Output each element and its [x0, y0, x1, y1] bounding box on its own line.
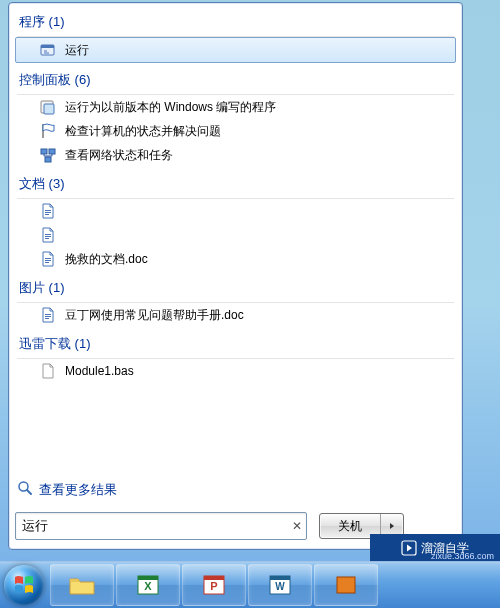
group-header: 控制面板 (6): [11, 63, 460, 92]
result-item[interactable]: 豆丁网使用常见问题帮助手册.doc: [11, 303, 460, 327]
watermark-url: zixue.3d66.com: [431, 551, 494, 561]
result-item[interactable]: 查看网络状态和任务: [11, 143, 460, 167]
svg-rect-17: [45, 314, 51, 315]
result-item-label: 查看网络状态和任务: [65, 147, 173, 164]
svg-rect-3: [44, 104, 54, 114]
file-icon: [39, 362, 57, 380]
svg-rect-1: [41, 45, 54, 48]
svg-rect-32: [337, 577, 355, 593]
svg-rect-10: [45, 214, 49, 215]
group-header: 图片 (1): [11, 271, 460, 300]
svg-rect-9: [45, 212, 51, 213]
taskbar: X P W: [0, 561, 500, 608]
excel-icon: X: [134, 573, 162, 597]
folder-icon: [67, 573, 97, 597]
triangle-right-icon: [388, 522, 396, 530]
search-icon: [17, 480, 33, 499]
taskbar-app-excel[interactable]: X: [116, 564, 180, 606]
result-item-label: 挽救的文档.doc: [65, 251, 148, 268]
svg-text:X: X: [144, 580, 152, 592]
svg-rect-19: [45, 318, 49, 319]
taskbar-app-word[interactable]: W: [248, 564, 312, 606]
svg-rect-15: [45, 260, 51, 261]
doc-icon: [39, 250, 57, 268]
group-header: 迅雷下载 (1): [11, 327, 460, 356]
start-menu-search-panel: 程序 (1)运行控制面板 (6)运行为以前版本的 Windows 编写的程序检查…: [8, 2, 463, 550]
doc-icon: [39, 202, 57, 220]
doc-icon: [39, 226, 57, 244]
taskbar-app-explorer[interactable]: [50, 564, 114, 606]
network-icon: [39, 146, 57, 164]
search-input[interactable]: [16, 519, 288, 534]
svg-text:P: P: [210, 580, 217, 592]
result-item[interactable]: 挽救的文档.doc: [11, 247, 460, 271]
search-box[interactable]: ✕: [15, 512, 307, 540]
svg-rect-6: [49, 149, 55, 154]
search-results: 程序 (1)运行控制面板 (6)运行为以前版本的 Windows 编写的程序检查…: [11, 5, 460, 471]
svg-rect-30: [270, 576, 290, 580]
result-item-label: 运行为以前版本的 Windows 编写的程序: [65, 99, 276, 116]
start-button[interactable]: [0, 562, 48, 608]
see-more-results-link[interactable]: 查看更多结果: [17, 480, 117, 499]
taskbar-app-other[interactable]: [314, 564, 378, 606]
svg-rect-18: [45, 316, 51, 317]
taskbar-app-powerpoint[interactable]: P: [182, 564, 246, 606]
word-icon: W: [266, 573, 294, 597]
group-header: 文档 (3): [11, 167, 460, 196]
play-icon: [401, 540, 417, 556]
result-item[interactable]: 运行为以前版本的 Windows 编写的程序: [11, 95, 460, 119]
svg-rect-11: [45, 234, 51, 235]
result-item[interactable]: [11, 199, 460, 223]
svg-rect-5: [41, 149, 47, 154]
run-icon: [39, 41, 57, 59]
result-item-label: 运行: [65, 42, 89, 59]
result-item-label: 检查计算机的状态并解决问题: [65, 123, 221, 140]
app-icon: [332, 573, 360, 597]
svg-rect-13: [45, 238, 49, 239]
flag-icon: [39, 122, 57, 140]
result-item-label: Module1.bas: [65, 364, 134, 378]
group-header: 程序 (1): [11, 5, 460, 34]
doc-icon: [39, 306, 57, 324]
result-item[interactable]: 检查计算机的状态并解决问题: [11, 119, 460, 143]
svg-rect-8: [45, 210, 51, 211]
clear-icon[interactable]: ✕: [288, 519, 306, 533]
svg-rect-14: [45, 258, 51, 259]
shutdown-label: 关机: [338, 518, 362, 535]
powerpoint-icon: P: [200, 573, 228, 597]
result-item[interactable]: Module1.bas: [11, 359, 460, 383]
windows-logo-icon: [12, 573, 36, 597]
result-item[interactable]: 运行: [15, 37, 456, 63]
svg-rect-7: [45, 157, 51, 162]
result-item[interactable]: [11, 223, 460, 247]
compat-icon: [39, 98, 57, 116]
result-item-label: 豆丁网使用常见问题帮助手册.doc: [65, 307, 244, 324]
svg-line-21: [27, 490, 31, 494]
svg-rect-16: [45, 262, 49, 263]
svg-text:W: W: [275, 581, 285, 592]
svg-rect-12: [45, 236, 51, 237]
see-more-label: 查看更多结果: [39, 481, 117, 499]
